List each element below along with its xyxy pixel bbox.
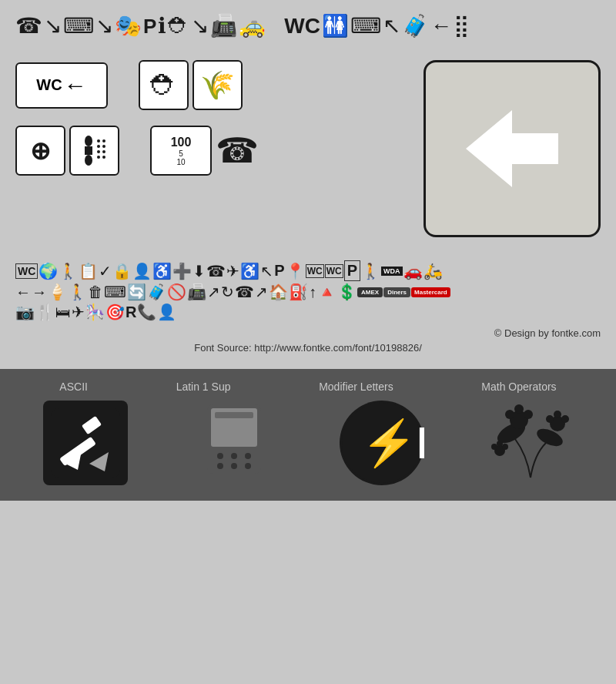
glyph-left-arrow: ← [430, 15, 452, 37]
svg-point-1 [85, 155, 92, 166]
tab-latin1[interactable]: Latin 1 Sup [176, 381, 231, 393]
svg-point-10 [102, 156, 105, 159]
s1-wc3: WC [325, 264, 343, 278]
preview-latin1[interactable] [164, 401, 305, 485]
copyright-text: © Design by fontke.com [494, 327, 601, 339]
svg-point-20 [231, 453, 237, 459]
svg-point-7 [97, 150, 100, 153]
s1-plane: ✈ [226, 262, 239, 280]
s2-icecream: 🍦 [48, 283, 67, 301]
s1-wheelchair2: ♿ [240, 262, 259, 280]
font-source-text: Font Source: http://www.fontke.com/font/… [194, 342, 422, 354]
bottom-strips: WC 🌍 🚶 📋 ✓ 🔒 👤 ♿ ➕ ⬇ ☎ ✈ ♿ ↖ P 📍 WC WC P… [15, 260, 601, 321]
icon-strip-3: 📷 🍴 🛏 ✈ 🎠 🎯 R 📞 👤 [15, 303, 601, 321]
s3-carousel: 🎠 [85, 303, 105, 321]
preview-math[interactable] [460, 401, 601, 485]
firstaid-icon: ⛑ [150, 69, 178, 102]
s1-person: 👤 [132, 262, 152, 280]
s3-bed: 🛏 [55, 303, 71, 321]
glyph-wc: WC [284, 15, 320, 37]
svg-point-0 [85, 136, 92, 146]
s2-upright2: ↗ [255, 283, 268, 301]
s2-amex: AMEX [357, 287, 383, 297]
math-preview-floral [477, 401, 584, 485]
modifier-preview-circle: ⚡P [340, 401, 424, 485]
svg-point-31 [514, 404, 524, 414]
s2-trash: 🗑 [88, 283, 103, 301]
s2-home: 🏠 [269, 283, 288, 301]
s1-man: 🚶 [361, 262, 380, 280]
s3-r: R [126, 303, 136, 321]
svg-point-37 [546, 415, 554, 423]
s2-mastercard: Mastercard [411, 287, 450, 297]
s3-phone: 📞 [137, 303, 156, 321]
s1-wc: WC [15, 263, 38, 279]
latin1-preview-svg [196, 401, 273, 485]
icon-strip-2: ← → 🍦 🚶 🗑 ⌨ 🔄 🧳 🚫 📠 ↗ ↻ ☎ ↗ 🏠 ⛽ ↑ 🔺 💲 AM… [15, 283, 601, 301]
glyph-parking: P [143, 16, 156, 36]
s3-person: 👤 [157, 303, 176, 321]
svg-point-21 [245, 453, 251, 459]
s3-target: 🎯 [105, 303, 125, 321]
s2-upright: ↗ [207, 283, 220, 301]
icon-row-2: ⊕ [15, 126, 259, 176]
glyph-keypad: ⌨ [63, 15, 94, 37]
tab-modifier[interactable]: Modifier Letters [319, 381, 393, 393]
s2-diners: Diners [383, 287, 410, 297]
s2-key: ⌨ [104, 283, 126, 301]
tab-ascii[interactable]: ASCII [59, 381, 88, 393]
s1-marker: 📍 [286, 262, 305, 280]
tab-math[interactable]: Math Operators [481, 381, 556, 393]
footer-tabs[interactable]: ASCII Latin 1 Sup Modifier Letters Math … [15, 381, 601, 393]
copyright-line: © Design by fontke.com [15, 327, 601, 339]
top-icon-strip: ☎ ↘ ⌨ ↘ 🎭 P ℹ ⛑ ↘ 📠 🚕 WC 🚻 ⌨ ↖ 🧳 ← ⣿ [15, 15, 601, 37]
svg-point-19 [217, 453, 223, 459]
svg-point-4 [102, 139, 105, 142]
svg-text:⚡P: ⚡P [361, 417, 424, 470]
preview-modifier[interactable]: ⚡P [312, 401, 453, 485]
preview-ascii[interactable] [15, 401, 156, 485]
glyph-luggage: 🧳 [402, 15, 429, 37]
svg-point-35 [554, 411, 561, 418]
glyph-arrow3: ↘ [191, 15, 209, 37]
footer-previews: ⚡P [15, 401, 601, 485]
glyph-arrow4: ↖ [383, 15, 400, 37]
wheat-icon: 🌾 [200, 69, 235, 102]
svg-point-33 [505, 410, 514, 419]
s1-down: ⬇ [192, 262, 206, 280]
ascii-preview-svg [51, 408, 120, 478]
plus-box: ⊕ [15, 126, 65, 176]
glyph-restroom: 🚻 [322, 15, 349, 37]
s3-plane: ✈ [72, 303, 85, 321]
svg-rect-2 [85, 146, 92, 155]
s1-globe: 🌍 [38, 262, 58, 280]
old-phone: ☎ [216, 133, 259, 168]
s2-up: ↑ [309, 283, 316, 301]
svg-point-36 [561, 415, 569, 423]
glyph-firstaid: ⛑ [168, 15, 189, 37]
glyph-arrow2: ↘ [95, 15, 113, 37]
svg-point-39 [497, 441, 503, 447]
svg-point-9 [97, 156, 100, 159]
large-left-arrow-svg [450, 102, 574, 195]
svg-point-24 [245, 463, 251, 469]
s2-triangle: 🔺 [317, 283, 336, 301]
svg-marker-11 [466, 110, 558, 187]
font-source-line: Font Source: http://www.fontke.com/font/… [15, 342, 601, 354]
s1-upleft: ↖ [260, 262, 273, 280]
s1-check: ✓ [99, 262, 112, 280]
glyph-fax: 📠 [210, 15, 237, 37]
svg-point-6 [102, 145, 105, 148]
firstaid-box: ⛑ [139, 60, 189, 110]
s2-bag: 🧳 [147, 283, 166, 301]
s2-phone2: ☎ [235, 283, 254, 301]
glyph-keypad2: ⌨ [350, 15, 381, 37]
s2-gas: ⛽ [289, 283, 308, 301]
s1-lock: 🔒 [112, 262, 132, 280]
s2-fax: 📠 [187, 283, 206, 301]
icon-row-1: WC ← ⛑ 🌾 [15, 60, 259, 110]
glyph-grid: ⣿ [454, 15, 470, 37]
glyph-mask: 🎭 [115, 15, 142, 37]
telephone-keypad-svg [77, 133, 112, 168]
glyph-taxi: 🚕 [239, 15, 266, 37]
